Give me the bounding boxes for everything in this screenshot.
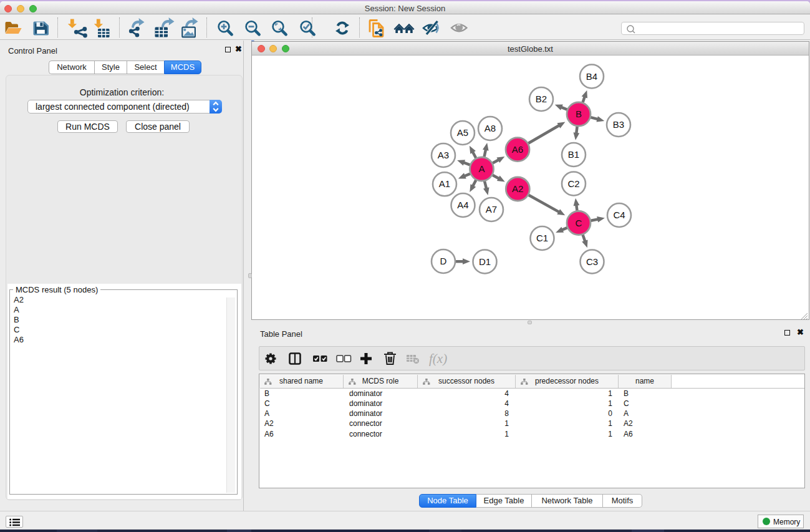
svg-text:B4: B4 [586, 71, 597, 82]
svg-text:A5: A5 [457, 127, 468, 138]
svg-text:A2: A2 [512, 183, 523, 194]
svg-text:B: B [576, 109, 582, 119]
svg-text:D: D [440, 256, 447, 266]
svg-text:A7: A7 [486, 204, 497, 215]
svg-text:A4: A4 [457, 200, 468, 210]
svg-text:A: A [478, 163, 485, 174]
svg-text:C4: C4 [613, 210, 625, 220]
svg-text:C: C [576, 218, 582, 228]
svg-text:B1: B1 [568, 149, 579, 160]
svg-text:A3: A3 [438, 150, 449, 160]
svg-text:C1: C1 [536, 233, 548, 243]
svg-text:A6: A6 [512, 144, 523, 155]
svg-text:B2: B2 [536, 94, 547, 104]
svg-text:A8: A8 [485, 123, 496, 133]
svg-text:A1: A1 [439, 178, 450, 189]
svg-text:C2: C2 [567, 178, 579, 189]
svg-text:B3: B3 [613, 119, 624, 130]
svg-text:f(x): f(x) [429, 351, 447, 366]
svg-text:C3: C3 [586, 256, 598, 267]
svg-text:D1: D1 [479, 256, 491, 267]
